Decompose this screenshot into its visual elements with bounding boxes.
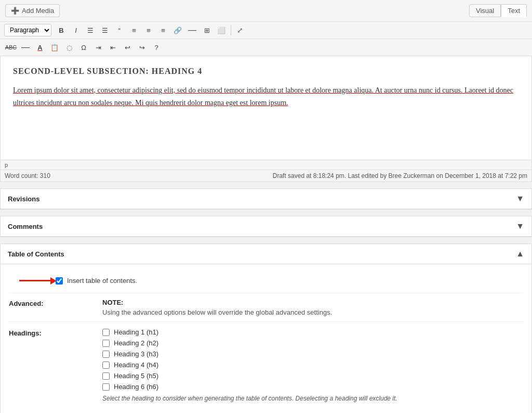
- special-chars-button[interactable]: Ω: [77, 41, 90, 54]
- list-item[interactable]: Heading 6 (h6): [102, 383, 523, 391]
- arrow-line: [19, 280, 50, 281]
- table-button[interactable]: ⊞: [200, 24, 214, 36]
- toc-toggle: ▲: [516, 249, 524, 259]
- headings-content: Heading 1 (h1) Heading 2 (h2) Heading 3 …: [102, 328, 523, 402]
- toc-insert-row: Insert table of contents.: [9, 272, 523, 293]
- list-item[interactable]: Heading 1 (h1): [102, 328, 523, 336]
- insert-toc-checkbox[interactable]: [56, 277, 63, 285]
- heading5-label: Heading 5 (h5): [114, 372, 158, 380]
- hr-button[interactable]: —: [185, 24, 199, 36]
- view-tabs: Visual Text: [469, 4, 527, 17]
- insert-toc-label[interactable]: Insert table of contents.: [67, 277, 137, 285]
- advanced-content: NOTE: Using the advanced options below w…: [102, 299, 523, 316]
- arrow-head: [50, 277, 57, 285]
- more-button[interactable]: ⬜: [215, 24, 228, 36]
- redo-button[interactable]: ↪: [135, 41, 149, 54]
- heading2-label: Heading 2 (h2): [114, 339, 158, 347]
- comments-header[interactable]: Comments ▼: [1, 216, 531, 237]
- heading1-checkbox[interactable]: [102, 329, 110, 336]
- revisions-toggle: ▼: [516, 194, 524, 203]
- italic-button[interactable]: I: [69, 24, 83, 36]
- toc-metabox: Table of Contents ▲ Insert table of cont…: [0, 243, 532, 413]
- revisions-metabox: Revisions ▼: [0, 188, 532, 210]
- advanced-row: Advanced: NOTE: Using the advanced optio…: [9, 293, 523, 321]
- bold-button[interactable]: B: [55, 24, 68, 36]
- font-color-button[interactable]: A: [33, 41, 47, 54]
- heading6-checkbox[interactable]: [102, 383, 110, 391]
- path-indicator: p: [5, 162, 8, 168]
- ul-button[interactable]: ☰: [84, 24, 97, 36]
- heading-note: Select the heading to consider when gene…: [102, 395, 523, 402]
- red-arrow: [19, 277, 57, 285]
- add-media-icon: ➕: [11, 7, 19, 15]
- toc-body: Insert table of contents. Advanced: NOTE…: [1, 264, 531, 413]
- status-bar: Word count: 310 Draft saved at 8:18:24 p…: [0, 170, 532, 182]
- toolbar-row-2: ABC — A 📋 ◌ Ω ⇥ ⇤ ↩ ↪ ?: [0, 39, 532, 56]
- comments-metabox: Comments ▼: [0, 216, 532, 237]
- hr2-button[interactable]: —: [19, 41, 32, 54]
- help-button[interactable]: ?: [150, 41, 163, 54]
- revisions-header[interactable]: Revisions ▼: [1, 189, 531, 209]
- word-count: Word count: 310: [5, 172, 50, 179]
- heading-checkboxes: Heading 1 (h1) Heading 2 (h2) Heading 3 …: [102, 328, 523, 391]
- editor-paragraph: Lorem ipsum dolor sit amet, consectetur …: [13, 84, 519, 109]
- link-button[interactable]: 🔗: [171, 24, 184, 36]
- undo-button[interactable]: ↩: [121, 41, 134, 54]
- heading4-checkbox[interactable]: [102, 362, 110, 369]
- draft-status: Draft saved at 8:18:24 pm. Last edited b…: [273, 172, 527, 179]
- toolbar-row-1: Paragraph B I ☰ ☰ “ ≡ ≡ ≡ 🔗 — ⊞ ⬜ ⤢: [0, 22, 532, 39]
- note-text: Using the advanced options below will ov…: [102, 308, 523, 316]
- headings-row: Headings: Heading 1 (h1) Heading 2 (h2): [9, 321, 523, 408]
- editor-content[interactable]: SECOND-LEVEL SUBSECTION: HEADING 4 Lorem…: [0, 56, 532, 160]
- strikethrough-button[interactable]: ABC: [4, 41, 18, 54]
- outdent-button[interactable]: ⇤: [106, 41, 119, 54]
- heading4-label: Heading 4 (h4): [114, 361, 158, 369]
- add-media-label: Add Media: [22, 7, 54, 15]
- revisions-title: Revisions: [8, 195, 39, 203]
- advanced-label: Advanced:: [9, 299, 102, 307]
- heading1-label: Heading 1 (h1): [114, 328, 158, 336]
- path-bar: p: [0, 160, 532, 170]
- headings-label: Headings:: [9, 328, 102, 337]
- align-center-button[interactable]: ≡: [142, 24, 155, 36]
- list-item[interactable]: Heading 5 (h5): [102, 372, 523, 380]
- heading3-checkbox[interactable]: [102, 351, 110, 358]
- align-right-button[interactable]: ≡: [156, 24, 170, 36]
- list-item[interactable]: Heading 2 (h2): [102, 339, 523, 347]
- align-left-button[interactable]: ≡: [127, 24, 141, 36]
- ol-button[interactable]: ☰: [98, 24, 112, 36]
- tab-visual[interactable]: Visual: [469, 4, 501, 17]
- heading3-label: Heading 3 (h3): [114, 350, 158, 358]
- add-media-button[interactable]: ➕ Add Media: [5, 4, 60, 17]
- heading5-checkbox[interactable]: [102, 372, 110, 380]
- list-item[interactable]: Heading 3 (h3): [102, 350, 523, 358]
- heading6-label: Heading 6 (h6): [114, 383, 158, 391]
- list-item[interactable]: Heading 4 (h4): [102, 361, 523, 369]
- fullscreen-button[interactable]: ⤢: [234, 24, 246, 36]
- toolbar-sep-1: [231, 25, 231, 35]
- toc-header[interactable]: Table of Contents ▲: [1, 244, 531, 264]
- paste-text-button[interactable]: 📋: [48, 41, 61, 54]
- indent-button[interactable]: ⇥: [91, 41, 105, 54]
- note-label: NOTE:: [102, 299, 523, 306]
- toc-title: Table of Contents: [8, 250, 64, 258]
- tab-text[interactable]: Text: [501, 4, 527, 17]
- comments-toggle: ▼: [516, 222, 524, 231]
- clear-format-button[interactable]: ◌: [62, 41, 76, 54]
- paragraph-select[interactable]: Paragraph: [4, 24, 51, 36]
- editor-heading: SECOND-LEVEL SUBSECTION: HEADING 4: [13, 67, 519, 76]
- toc-checkbox-row: Insert table of contents.: [56, 277, 137, 285]
- heading2-checkbox[interactable]: [102, 340, 110, 347]
- comments-title: Comments: [8, 223, 43, 230]
- blockquote-button[interactable]: “: [113, 24, 126, 36]
